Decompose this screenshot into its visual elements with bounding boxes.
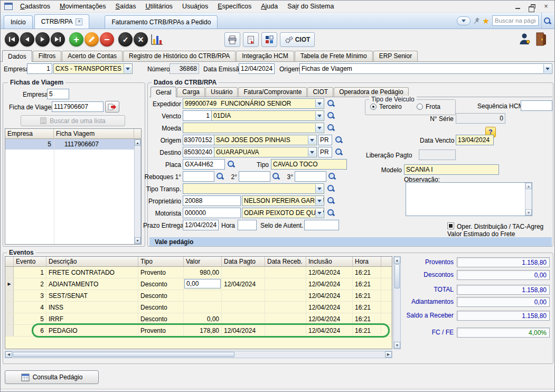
cell-hora[interactable]: 16:21 bbox=[353, 267, 381, 278]
menu-item-espec-ficos[interactable]: Específicos bbox=[213, 1, 256, 12]
cell-descricao[interactable]: PEDAGIO bbox=[46, 325, 138, 336]
chevron-down-icon[interactable] bbox=[308, 148, 316, 156]
ficha-viagem-field[interactable]: 1117906607 bbox=[52, 101, 104, 112]
importar-ficha-button[interactable] bbox=[105, 101, 119, 113]
main-tab-erp-senior[interactable]: ERP Senior bbox=[373, 51, 418, 61]
cell-evento[interactable]: 2 bbox=[14, 278, 46, 290]
prev-record-button[interactable] bbox=[20, 32, 34, 46]
arrow-left-icon[interactable]: ◀ bbox=[5, 351, 12, 358]
tab-close-icon[interactable]: × bbox=[76, 18, 82, 25]
data-emissao-field[interactable]: 12/04/2024 bbox=[239, 63, 275, 74]
col-empresa[interactable]: Empresa bbox=[5, 129, 54, 138]
minimize-button[interactable] bbox=[511, 2, 524, 11]
eventos-row-2[interactable]: ▶2ADIANTAMENTODesconto0,0012/04/202412/0… bbox=[5, 278, 392, 290]
motorista-combo[interactable]: ODAIR PEIXOTO DE QUEVEI bbox=[242, 208, 324, 218]
menu-item-cadastros[interactable]: Cadastros bbox=[15, 1, 55, 12]
chevron-down-icon[interactable] bbox=[315, 184, 323, 193]
cell-valor[interactable] bbox=[184, 302, 222, 313]
cell-data-receb[interactable] bbox=[265, 325, 306, 336]
textarea-scrollbar[interactable]: ▲ ▼ bbox=[525, 183, 532, 216]
print-button[interactable] bbox=[224, 32, 240, 47]
empresa-name-combo[interactable]: CXS - TRANSPORTES bbox=[53, 63, 133, 74]
edit-record-button[interactable] bbox=[84, 32, 99, 46]
motorista-code-field[interactable]: 000000 bbox=[183, 208, 241, 218]
arrow-down-icon[interactable]: ▼ bbox=[394, 342, 400, 349]
menu-item-usu-rios[interactable]: Usuários bbox=[177, 1, 213, 12]
exit-button[interactable] bbox=[536, 32, 547, 46]
cell-descricao[interactable]: IRRF bbox=[46, 313, 138, 324]
lookup-icon[interactable] bbox=[327, 197, 335, 204]
cell-tipo[interactable]: Desconto bbox=[138, 278, 184, 290]
sequencia-hcm-field[interactable] bbox=[521, 100, 552, 111]
prazo-entrega-field[interactable]: 12/04/2024 bbox=[183, 220, 219, 230]
eventos-col-hora[interactable]: Hora bbox=[353, 257, 381, 266]
lookup-icon[interactable] bbox=[327, 209, 335, 217]
lookup-icon[interactable] bbox=[328, 172, 336, 180]
add-record-button[interactable]: + bbox=[69, 32, 83, 46]
arrow-down-icon[interactable]: ▼ bbox=[525, 209, 532, 216]
page-tab-in-cio[interactable]: Início bbox=[4, 15, 33, 29]
cell-data-receb[interactable] bbox=[265, 313, 306, 324]
reboque3-field[interactable] bbox=[295, 171, 326, 182]
cell-valor[interactable]: 980,00 bbox=[184, 267, 222, 278]
cell-tipo[interactable]: Desconto bbox=[138, 290, 184, 301]
cell-data-receb[interactable] bbox=[265, 290, 306, 301]
main-tab-acerto-de-contas[interactable]: Acerto de Contas bbox=[62, 51, 123, 61]
origem-code-field[interactable]: 83070152 bbox=[183, 135, 214, 145]
menu-item-sair-do-sistema[interactable]: Sair do Sistema bbox=[283, 1, 338, 12]
arrow-up-icon[interactable]: ▲ bbox=[525, 183, 532, 189]
lookup-icon[interactable] bbox=[335, 148, 343, 156]
cell-evento[interactable]: 3 bbox=[14, 290, 46, 301]
cell-data-pagto[interactable]: 12/04/2024 bbox=[222, 325, 265, 336]
lookup-icon[interactable] bbox=[335, 136, 343, 144]
scrollbar-thumb[interactable] bbox=[13, 352, 234, 357]
cell-hora[interactable]: 16:21 bbox=[353, 302, 381, 313]
destino-uf-field[interactable]: PR bbox=[318, 147, 332, 157]
chevron-down-icon[interactable] bbox=[315, 99, 323, 108]
close-button[interactable]: × bbox=[540, 2, 552, 11]
lookup-icon[interactable] bbox=[272, 172, 280, 180]
chart-button[interactable] bbox=[150, 33, 163, 45]
cell-tipo[interactable]: Desconto bbox=[138, 302, 184, 313]
pin-icon[interactable] bbox=[473, 17, 480, 24]
cell-tipo[interactable]: Provento bbox=[138, 325, 184, 336]
cell-inclusao[interactable]: 12/04/2024 bbox=[306, 325, 353, 336]
cell-evento[interactable]: 5 bbox=[14, 313, 46, 324]
lookup-icon[interactable] bbox=[216, 172, 224, 180]
arrow-right-icon[interactable]: ▶ bbox=[385, 351, 392, 358]
chevron-down-icon[interactable] bbox=[315, 124, 323, 132]
cell-descricao[interactable]: SEST/SENAT bbox=[46, 290, 138, 301]
reboque2-field[interactable] bbox=[239, 171, 270, 182]
placa-field[interactable]: GXA4H62 bbox=[183, 159, 225, 170]
cell-tipo[interactable]: Desconto bbox=[138, 313, 184, 324]
eventos-col-tipo[interactable]: Tipo bbox=[138, 257, 184, 266]
tipo-transp-combo[interactable] bbox=[183, 183, 324, 194]
cell-ficha-viagem[interactable]: 1117906607 bbox=[54, 139, 134, 150]
eventos-grid[interactable]: EventoDescriçãoTipoValorData PagtoData R… bbox=[5, 256, 392, 349]
page-tab-faturamento-ctrb-rpas-a-pedido[interactable]: Faturamento CTRB/RPAs a Pedido bbox=[105, 15, 218, 29]
origem-uf-field[interactable]: PR bbox=[318, 135, 332, 145]
main-tab-integra-o-hcm[interactable]: Integração HCM bbox=[236, 51, 294, 61]
tab-list-dropdown[interactable] bbox=[457, 16, 471, 25]
arrow-up-icon[interactable]: ▲ bbox=[394, 257, 400, 264]
radio-terceiro[interactable]: Terceiro bbox=[370, 103, 402, 110]
eventos-hscrollbar[interactable]: ◀ ▶ bbox=[5, 351, 392, 358]
ciot-button[interactable]: CIOT bbox=[280, 32, 315, 47]
main-tab-filtros[interactable]: Filtros bbox=[33, 51, 62, 61]
proprietario-combo[interactable]: NELSON PEREIRA GARCIA - bbox=[242, 195, 324, 206]
modelo-field[interactable]: SCANIA I bbox=[404, 164, 499, 175]
chevron-down-icon[interactable] bbox=[124, 64, 131, 73]
cell-data-receb[interactable] bbox=[265, 302, 306, 313]
cell-valor[interactable]: 0,00 bbox=[184, 313, 222, 324]
cell-hora[interactable]: 16:21 bbox=[353, 325, 381, 336]
main-tab-dados[interactable]: Dados bbox=[2, 50, 32, 62]
fichas-vscrollbar[interactable]: ▲ ▼ bbox=[134, 139, 141, 244]
hora-field[interactable] bbox=[238, 220, 257, 230]
menu-item-utilit-rios[interactable]: Utilitários bbox=[140, 1, 177, 12]
eventos-row-1[interactable]: 1FRETE CONTRATADOProvento980,0012/04/202… bbox=[5, 267, 392, 278]
cell-inclusao[interactable]: 12/04/2024 bbox=[306, 313, 353, 324]
restore-button[interactable] bbox=[525, 2, 538, 11]
data-vencto-field[interactable]: 13/04/2024 bbox=[456, 135, 494, 145]
vencto-combo[interactable]: 01DIA bbox=[211, 110, 324, 121]
eventos-col-valor[interactable]: Valor bbox=[184, 257, 222, 266]
